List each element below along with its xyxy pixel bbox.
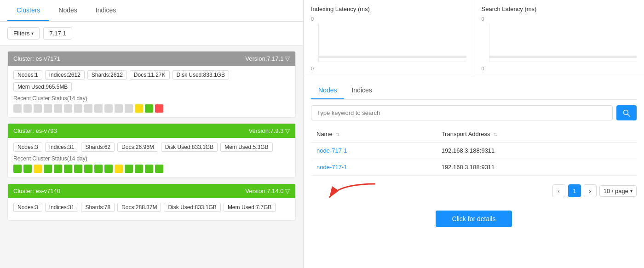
left-panel: Clusters Nodes Indices Filters ▾ 7.17.1 … [0, 0, 304, 268]
right-panel: Indexing Latency (ms) 0 0 Search Latency… [304, 0, 644, 268]
sq [13, 104, 22, 113]
sq [135, 104, 143, 113]
col-name[interactable]: Name ⇅ [311, 126, 436, 143]
cluster-body-2: Nodes:3 Indices:31 Shards:78 Docs:288.37… [8, 198, 295, 220]
filters-button[interactable]: Filters ▾ [7, 27, 40, 40]
red-arrow-icon [311, 179, 385, 202]
cluster-body-0: Nodes:1 Indices:2612 Shards:2612 Docs:11… [8, 66, 295, 117]
tag-diskused-1: Disk Used:833.1GB [161, 143, 218, 152]
sq [34, 104, 42, 113]
filters-bar: Filters ▾ 7.17.1 [0, 22, 303, 46]
page-size-label: 10 / page [604, 188, 628, 194]
sq [54, 165, 62, 173]
sq [23, 104, 32, 113]
tag-nodes-2: Nodes:3 [13, 203, 42, 212]
tag-memused-2: Mem Used:7.7GB [224, 203, 276, 212]
sq [13, 165, 22, 173]
click-details-button[interactable]: Click for details [436, 211, 512, 227]
clusters-list: Cluster: es-v7171 Version:7.17.1 ▽ Nodes… [0, 46, 303, 268]
cluster-status-label-0: Recent Cluster Status(14 day) [13, 95, 290, 102]
search-input[interactable] [311, 105, 613, 120]
sq [125, 165, 133, 173]
tag-shards-2: Shards:78 [81, 203, 115, 212]
sq [104, 165, 113, 173]
sq [115, 104, 123, 113]
sq [155, 165, 163, 173]
cluster-header-2: Cluster: es-v7140 Version:7.14.0 ▽ [8, 184, 295, 198]
pagination-next[interactable]: › [584, 184, 597, 197]
node-name-1[interactable]: node-717-1 [311, 159, 436, 176]
sq [54, 104, 62, 113]
sq [74, 104, 82, 113]
indexing-latency-title: Indexing Latency (ms) [311, 6, 466, 12]
sq [34, 165, 42, 173]
sq [125, 104, 133, 113]
search-latency-area: 0 0 [482, 16, 637, 71]
col-transport-address[interactable]: Transport Address ⇅ [436, 126, 637, 143]
sq [115, 165, 123, 173]
sq [135, 165, 143, 173]
ni-tab-indices[interactable]: Indices [344, 82, 379, 99]
search-top-zero: 0 [482, 16, 484, 22]
ni-tabs: Nodes Indices [311, 82, 637, 100]
search-bar [489, 56, 637, 58]
indexing-bottom-zero: 0 [311, 66, 314, 71]
cluster-header-0: Cluster: es-v7171 Version:7.17.1 ▽ [8, 51, 295, 66]
ni-tab-nodes[interactable]: Nodes [311, 82, 344, 99]
cluster-name-1: Cluster: es-v793 [13, 127, 57, 134]
search-button[interactable] [616, 105, 637, 120]
status-squares-0 [13, 104, 290, 113]
cluster-version-2: Version:7.14.0 ▽ [245, 188, 290, 194]
tag-docs-2: Docs:288.37M [117, 203, 161, 212]
sort-icon-name: ⇅ [336, 132, 339, 137]
sq [64, 165, 72, 173]
node-name-0[interactable]: node-717-1 [311, 143, 436, 159]
cluster-version-1: Version:7.9.3 ▽ [249, 127, 290, 134]
tab-clusters[interactable]: Clusters [7, 0, 49, 21]
tag-docs-1: Docs:26.96M [117, 143, 158, 152]
nodes-table: Name ⇅ Transport Address ⇅ node-717-1 19… [311, 126, 637, 176]
cluster-name-2: Cluster: es-v7140 [13, 188, 60, 194]
cluster-tags-2: Nodes:3 Indices:31 Shards:78 Docs:288.37… [13, 203, 290, 212]
tag-nodes-1: Nodes:3 [13, 143, 42, 152]
table-row: node-717-1 192.168.3.188:9311 [311, 159, 637, 176]
pagination-row: ‹ 1 › 10 / page ▾ [552, 180, 637, 202]
cluster-card-0: Cluster: es-v7171 Version:7.17.1 ▽ Nodes… [7, 51, 296, 118]
tab-nodes[interactable]: Nodes [49, 0, 86, 21]
cluster-body-1: Nodes:3 Indices:31 Shards:62 Docs:26.96M… [8, 138, 295, 177]
pagination-page-1[interactable]: 1 [568, 184, 581, 197]
tag-diskused-0: Disk Used:833.1GB [172, 70, 229, 80]
tag-shards-0: Shards:2612 [87, 70, 127, 80]
indexing-chart-bg [318, 23, 466, 62]
cluster-status-label-1: Recent Cluster Status(14 day) [13, 155, 290, 162]
table-row: node-717-1 192.168.3.188:9311 [311, 143, 637, 159]
sq [84, 165, 92, 173]
version-badge: 7.17.1 [43, 27, 72, 40]
sort-icon-address: ⇅ [494, 132, 497, 137]
search-icon [623, 109, 630, 117]
filters-label: Filters [13, 30, 29, 37]
search-latency-chart: Search Latency (ms) 0 0 [474, 0, 644, 77]
search-latency-title: Search Latency (ms) [482, 6, 637, 12]
cluster-version-0: Version:7.17.1 ▽ [245, 55, 290, 62]
search-bottom-zero: 0 [482, 66, 484, 71]
tab-indices[interactable]: Indices [86, 0, 125, 21]
sq [155, 104, 163, 113]
pagination-prev[interactable]: ‹ [552, 184, 565, 197]
indexing-latency-chart: Indexing Latency (ms) 0 0 [304, 0, 474, 77]
page-size-select[interactable]: 10 / page ▾ [599, 185, 637, 197]
sq [145, 165, 153, 173]
tag-nodes-0: Nodes:1 [13, 70, 42, 80]
chevron-down-icon: ▾ [31, 31, 34, 36]
status-squares-1 [13, 165, 290, 173]
sq [84, 104, 92, 113]
sq [44, 104, 52, 113]
cluster-name-0: Cluster: es-v7171 [13, 55, 60, 62]
search-chart-bg [489, 23, 637, 62]
tag-memused-0: Mem Used:965.5MB [13, 82, 72, 91]
tag-shards-1: Shards:62 [81, 143, 115, 152]
tabs-bar: Clusters Nodes Indices [0, 0, 303, 22]
cluster-card-2: Cluster: es-v7140 Version:7.14.0 ▽ Nodes… [7, 183, 296, 221]
click-details-row: Click for details [311, 206, 637, 233]
tag-docs-0: Docs:11.27K [130, 70, 170, 80]
